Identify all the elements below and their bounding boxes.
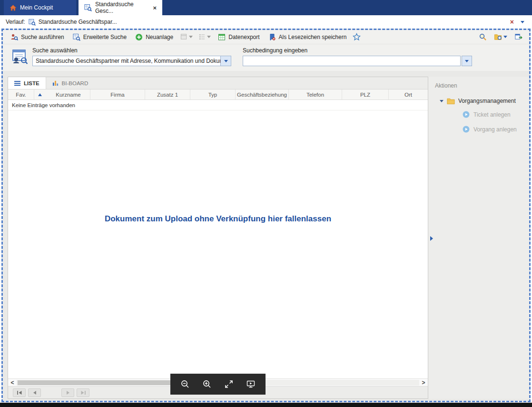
- upload-drop-area[interactable]: Dokument zum Upload ohne Verknüpfung hie…: [8, 110, 428, 378]
- search-folder-split-button[interactable]: [492, 31, 510, 42]
- fullscreen-button[interactable]: [218, 374, 240, 395]
- edit-record-split-button[interactable]: [178, 32, 195, 42]
- list-view-icon: [14, 80, 20, 87]
- search-select-dropdown-button[interactable]: [221, 56, 231, 66]
- detach-search-icon-button[interactable]: [514, 33, 522, 41]
- scroll-left-icon[interactable]: <: [8, 380, 17, 386]
- folder-icon: [447, 98, 455, 104]
- export-table-icon: [218, 33, 226, 41]
- chevron-down-icon: [465, 60, 469, 62]
- zoom-out-button[interactable]: [174, 374, 196, 395]
- workspace: LISTE BI-BOARD Fav.: [3, 71, 529, 401]
- actions-panel: Aktionen Vorgangsmanagement Ticket anleg…: [428, 77, 529, 399]
- zoom-in-button[interactable]: [196, 374, 218, 395]
- play-circle-icon: [463, 111, 470, 118]
- data-export-button[interactable]: Datenexport: [214, 32, 263, 42]
- home-icon: [10, 4, 17, 11]
- history-bar: Verlauf: Standardsuche Geschäftspar... ×: [0, 15, 532, 29]
- advanced-search-label: Erweiterte Suche: [83, 34, 127, 40]
- column-header-ort[interactable]: Ort: [389, 89, 428, 99]
- column-header-geschaeftsbeziehung[interactable]: Geschäftsbeziehung: [236, 89, 289, 99]
- previous-page-button[interactable]: [28, 388, 41, 397]
- chevron-down-icon: [224, 60, 228, 62]
- column-header-kurzname[interactable]: Kurzname: [34, 89, 90, 99]
- chevron-down-icon[interactable]: [521, 21, 524, 23]
- favorite-star-button[interactable]: [351, 31, 362, 42]
- action-ticket-anlegen[interactable]: Ticket anlegen: [463, 111, 529, 118]
- tab-bi-board[interactable]: BI-BOARD: [46, 77, 95, 89]
- last-page-button[interactable]: [77, 388, 89, 397]
- tree-expander-icon[interactable]: [440, 100, 443, 102]
- search-condition-input[interactable]: [243, 56, 461, 66]
- action-vorgang-anlegen-label: Vorgang anlegen: [473, 126, 517, 133]
- column-header-plz[interactable]: PLZ: [342, 89, 389, 99]
- bottom-strip: [0, 403, 532, 407]
- search-toolbar: Suche ausführen Erweiterte Suche: [3, 30, 529, 44]
- first-page-button[interactable]: [13, 388, 26, 397]
- application-window: Mein Cockpit Standardsuche Gesc... × Ver…: [0, 0, 532, 407]
- tab-standardsuche-label: Standardsuche Gesc...: [95, 1, 149, 14]
- run-search-button[interactable]: Suche ausführen: [7, 32, 68, 42]
- chevron-down-icon: [189, 36, 193, 38]
- edit-search-icon-button[interactable]: [479, 33, 487, 41]
- column-header-fav[interactable]: Fav.: [8, 89, 34, 99]
- window-tab-bar: Mein Cockpit Standardsuche Gesc... ×: [0, 0, 532, 15]
- tree-group-vorgangsmanagement[interactable]: Vorgangsmanagement: [440, 98, 529, 104]
- sort-ascending-icon: [38, 93, 42, 96]
- column-header-zusatz1[interactable]: Zusatz 1: [145, 89, 190, 99]
- search-select-group: Suche auswählen Standardsuche Geschäftsp…: [32, 47, 231, 67]
- result-list-panel: LISTE BI-BOARD Fav.: [8, 77, 428, 399]
- history-label: Verlauf:: [6, 19, 25, 25]
- tree-group-label: Vorgangsmanagement: [458, 98, 516, 104]
- scroll-right-icon[interactable]: >: [419, 380, 428, 386]
- tab-standardsuche[interactable]: Standardsuche Gesc... ×: [79, 0, 162, 15]
- run-search-label: Suche ausführen: [21, 34, 64, 40]
- close-icon[interactable]: ×: [510, 19, 514, 25]
- table-header: Fav. Kurzname Firma Zusatz 1 Typ Geschäf…: [8, 89, 428, 100]
- plus-circle-icon: [135, 33, 143, 41]
- scrollbar-thumb[interactable]: [18, 380, 170, 385]
- list-icon-disabled: [198, 33, 206, 40]
- chevron-down-icon: [503, 36, 507, 38]
- search-condition-label: Suchbedingung eingeben: [243, 47, 472, 54]
- tab-liste[interactable]: LISTE: [8, 77, 46, 89]
- search-condition-dropdown-button[interactable]: [462, 56, 472, 66]
- chevron-down-icon: [207, 36, 211, 38]
- actions-panel-title: Aktionen: [435, 82, 529, 89]
- history-item[interactable]: Standardsuche Geschäftspar...: [29, 19, 117, 26]
- search-condition-group: Suchbedingung eingeben: [243, 47, 472, 67]
- save-bookmark-label: Als Lesezeichen speichern: [279, 34, 347, 40]
- table-search-icon: [73, 33, 80, 41]
- history-bar-controls: ×: [510, 19, 526, 25]
- next-page-button[interactable]: [61, 388, 74, 397]
- zoom-toolbar: [170, 374, 266, 395]
- form-icon-disabled: [180, 33, 187, 40]
- document-drop-zone[interactable]: Suche ausführen Erweiterte Suche: [1, 29, 531, 402]
- bar-chart-icon: [52, 80, 59, 86]
- column-header-telefon[interactable]: Telefon: [289, 89, 342, 99]
- column-header-typ[interactable]: Typ: [190, 89, 236, 99]
- bookmark-icon: [268, 33, 276, 41]
- empty-list-message: Keine Einträge vorhanden: [8, 100, 428, 110]
- drop-hint-text: Dokument zum Upload ohne Verknüpfung hie…: [105, 214, 331, 224]
- tab-bi-board-label: BI-BOARD: [62, 80, 89, 86]
- advanced-search-button[interactable]: Erweiterte Suche: [69, 32, 130, 42]
- history-item-label: Standardsuche Geschäftspar...: [39, 19, 117, 25]
- search-select-label: Suche auswählen: [32, 47, 231, 54]
- toolbar-right-group: [479, 31, 525, 42]
- new-record-button[interactable]: Neuanlage: [131, 32, 177, 42]
- column-header-firma[interactable]: Firma: [90, 89, 145, 99]
- save-bookmark-button[interactable]: Als Lesezeichen speichern: [265, 32, 351, 42]
- tab-close-icon[interactable]: ×: [153, 5, 157, 11]
- tree-children: Ticket anlegen Vorgang anlegen: [463, 111, 529, 133]
- search-select-combobox[interactable]: Standardsuche Geschäftspartner mit Adres…: [32, 56, 231, 66]
- action-ticket-anlegen-label: Ticket anlegen: [473, 111, 511, 118]
- presentation-button[interactable]: [240, 374, 262, 395]
- panel-collapse-chevron-icon[interactable]: [430, 236, 433, 241]
- view-options-split-button[interactable]: [196, 32, 213, 42]
- search-grid-icon-small: [29, 19, 36, 26]
- search-select-value: Standardsuche Geschäftspartner mit Adres…: [32, 56, 221, 66]
- tab-mein-cockpit[interactable]: Mein Cockpit: [4, 0, 76, 15]
- action-vorgang-anlegen[interactable]: Vorgang anlegen: [463, 126, 529, 133]
- data-export-label: Datenexport: [228, 34, 259, 40]
